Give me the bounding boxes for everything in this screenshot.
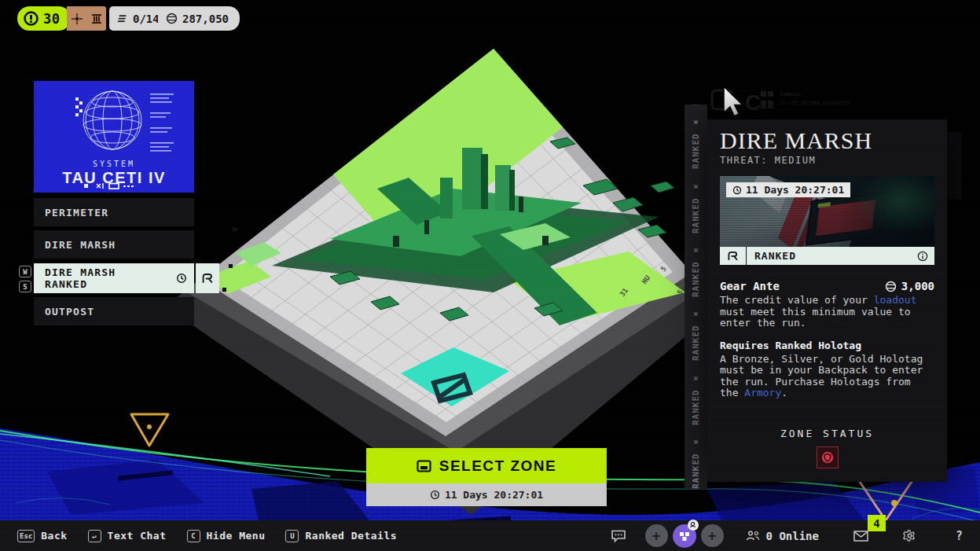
drop-marker-right [858,479,913,520]
holotag-description: A Bronze, Silver, or Gold Holotag must b… [720,354,934,399]
select-zone-label: SELECT ZONE [439,457,557,475]
system-card: SYSTEM TAU CETI IV [34,81,194,193]
drop-marker-left [131,414,168,446]
panel-edge-tab [947,132,961,200]
back-label: Back [41,530,67,542]
clock-icon [430,490,440,500]
zone-status-shield-icon [817,446,839,468]
keyhint-down: S [19,281,31,292]
gear-ante-label: Gear Ante [720,280,780,292]
select-zone-timer: 11 Days 20:27:01 [366,483,607,506]
zone-item-label: PERIMETER [45,207,108,219]
zone-list-item-dire-marsh-ranked[interactable]: DIRE MARSH RANKED [34,263,194,293]
armory-link[interactable]: Armory [744,387,781,399]
clock-icon [176,273,187,284]
crosshair-dot-icon [71,13,83,25]
zone-status-label: ZONE STATUS [720,428,934,439]
zone-detail-panel: DIRE MARSH THREAT: MEDIUM 11 Days 20:27:… [707,119,947,482]
zone-timer-badge: 11 Days 20:27:01 [726,182,850,197]
ranked-icon [200,271,215,285]
player-level-pill: 30 [17,6,71,31]
mail-icon[interactable] [853,531,868,542]
mouse-cursor [724,86,743,116]
gear-ante-description: The credit value of your loadout must me… [720,295,934,329]
avatar-blocks-icon [678,530,691,542]
select-zone-button[interactable]: SELECT ZONE 11 Days 20:27:01 [366,448,607,506]
help-icon[interactable]: ? [956,529,963,543]
zone-thumbnail: 11 Days 20:27:01 [720,176,934,247]
add-party-member-button[interactable]: + [645,524,668,547]
clock-icon [732,186,742,195]
zone-title: DIRE MARSH [720,127,934,154]
esc-key-icon: Esc [17,530,35,542]
text-chat-label: Text Chat [108,530,167,542]
enter-key-icon: ↵ [88,530,101,542]
zone-item-label: DIRE MARSH [45,239,116,251]
avatar-status-badge [688,520,699,531]
faction-meter [67,6,106,31]
system-label: SYSTEM [34,160,194,168]
credits-icon [166,13,178,24]
hide-menu-button[interactable]: C Hide Menu [187,530,266,542]
player-level: 30 [43,11,60,27]
info-icon[interactable] [917,251,928,262]
loadout-link[interactable]: loadout [874,294,917,306]
holotag-title: Requires Ranked Holotag [720,340,934,351]
keyhint-up: W [19,266,31,277]
coordinate-readout-lines [150,94,174,152]
credits-icon [885,281,897,292]
player-avatar[interactable] [673,524,696,548]
zone-item-label: RANKED [45,278,87,290]
list-lines-icon [117,13,128,24]
zone-list-item-perimeter[interactable]: PERIMETER [34,198,194,226]
ranked-mode-toggle[interactable] [196,263,219,293]
add-party-member-button[interactable]: + [701,524,724,547]
text-chat-button[interactable]: ↵ Text Chat [88,530,167,542]
back-button[interactable]: Esc Back [17,530,68,542]
ranked-icon [720,247,747,265]
chat-bubble-icon[interactable] [611,529,626,542]
zone-list-item-dire-marsh[interactable]: DIRE MARSH [34,230,194,259]
zone-threat: THREAT: MEDIUM [720,155,934,166]
ranked-details-button[interactable]: U Ranked Details [285,530,397,542]
marker-count-badge: 4 [868,515,886,531]
pillar-icon [90,13,103,25]
online-status: 0 Online [746,530,819,542]
people-icon [746,530,760,542]
zone-item-label: OUTPOST [45,306,94,318]
mode-bar: RANKED [720,247,934,265]
hide-menu-label: Hide Menu [207,530,266,542]
credits-stat-pill: 287,050 [158,6,240,31]
mode-label: RANKED [747,250,917,262]
zone-list-item-outpost[interactable]: OUTPOST [34,297,194,325]
select-zone-icon [417,460,431,472]
c-key-icon: C [187,530,200,542]
gear-ante-value: 3,000 [885,280,934,292]
ranked-details-label: Ranked Details [305,530,397,542]
u-key-icon: U [285,530,299,542]
game-logo-icon [23,10,39,27]
system-name: TAU CETI IV [34,169,194,187]
station-glyph [75,97,83,116]
ranked-ribbon: RANKED ×RANKED × RANKED ×RANKED × RANKED… [685,105,707,489]
zone-item-label: DIRE MARSH [45,266,116,278]
bottom-bar: Esc Back ↵ Text Chat C Hide Menu U Ranke… [0,520,980,551]
settings-gear-icon[interactable] [903,529,916,542]
credits-value: 287,050 [182,13,229,25]
